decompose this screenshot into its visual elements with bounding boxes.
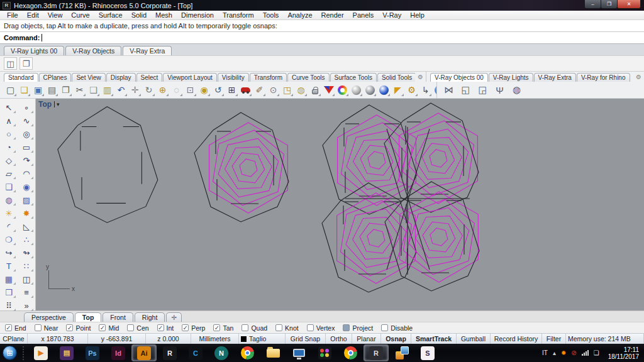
status-osnap[interactable]: Osnap <box>381 334 411 344</box>
hexagon-outline-curve[interactable] <box>58 107 158 223</box>
hexagon-spiral-curve[interactable] <box>232 153 265 183</box>
color-wheel-icon[interactable] <box>336 84 349 97</box>
hexagon-spiral-curve[interactable] <box>240 159 257 177</box>
network-signal-icon[interactable] <box>582 350 589 356</box>
media-player-icon[interactable]: ▶ <box>28 344 53 361</box>
toolbar-tab-viewport-layout[interactable]: Viewport Layout <box>163 73 217 82</box>
pan-view-icon[interactable]: ✛ <box>128 84 142 97</box>
curved-surface-icon[interactable]: ◠ <box>18 167 35 180</box>
zoom-in-icon[interactable]: ⊕ <box>156 84 169 97</box>
minimize-button[interactable]: – <box>584 0 601 9</box>
osnap-near[interactable]: Near <box>35 324 58 332</box>
explorer-folder-icon[interactable] <box>260 344 286 361</box>
boolean-union-icon[interactable]: ❍ <box>0 233 18 246</box>
paste-icon[interactable]: ▥ <box>101 84 114 97</box>
zoom-selected-icon[interactable]: ◉ <box>197 84 211 97</box>
vray-tab-v-ray-for-rhino[interactable]: V-Ray for Rhino <box>577 73 630 82</box>
illustrator-icon[interactable]: Ai <box>131 344 157 361</box>
remote-desktop-icon[interactable] <box>286 344 311 361</box>
dock-tab-v-ray-extra[interactable]: V-Ray Extra <box>123 46 172 55</box>
osnap-end[interactable]: ✓End <box>5 324 26 332</box>
osnap-quad[interactable]: Quad <box>242 324 267 332</box>
polygon-icon[interactable]: ◇ <box>0 154 18 167</box>
viewport-title[interactable]: Top ▾ <box>38 100 60 109</box>
toolbar-tab-display[interactable]: Display <box>106 73 136 82</box>
vray-plane-panel-icon[interactable]: ◫ <box>4 57 17 70</box>
osnap-vertex[interactable]: Vertex <box>307 324 335 332</box>
status-smarttrack[interactable]: SmartTrack <box>411 334 457 344</box>
rectangle-icon[interactable]: ▭ <box>18 141 35 153</box>
osnap-end-checkbox[interactable]: ✓ <box>5 324 12 331</box>
viewport-tab-front[interactable]: Front <box>103 312 133 322</box>
vray-infinite-plane-icon[interactable]: ⋈ <box>442 84 455 96</box>
menu-solid[interactable]: Solid <box>127 11 151 20</box>
status-millimeters[interactable]: Millimeters <box>191 334 239 344</box>
hexagon-spiral-curve[interactable] <box>360 145 393 175</box>
menu-mesh[interactable]: Mesh <box>151 11 177 20</box>
pennant-icon[interactable]: ◤ <box>391 84 404 97</box>
show-hidden-icons[interactable]: ▴ <box>553 349 556 356</box>
object-link-icon[interactable]: ◳ <box>280 84 294 97</box>
control-point-curve-icon[interactable]: ∿ <box>18 114 35 127</box>
status-filter[interactable]: Filter <box>542 334 566 344</box>
osnap-perp[interactable]: ✓Perp <box>182 324 205 332</box>
dock-tab-v-ray-objects[interactable]: V-Ray Objects <box>65 46 121 55</box>
open-file-icon[interactable]: ❏ <box>18 84 31 97</box>
hexagon-spiral-curve[interactable] <box>353 217 400 260</box>
n-app-icon[interactable]: N <box>209 344 234 361</box>
zoom-dynamic-icon[interactable]: ◌ <box>170 84 183 97</box>
edit-points-icon[interactable]: ∷ <box>18 260 35 272</box>
osnap-int[interactable]: ✓Int <box>157 324 174 332</box>
osnap-quad-checkbox[interactable] <box>242 324 248 331</box>
osnap-point[interactable]: ✓Point <box>66 324 91 332</box>
osnap-cen-checkbox[interactable] <box>127 324 134 331</box>
distribute-icon[interactable]: ◫ <box>18 273 35 285</box>
hexagon-spiral-curve[interactable] <box>360 223 392 253</box>
vray-layers-panel-icon[interactable]: ❐ <box>19 57 33 70</box>
status-record-history[interactable]: Record History <box>491 334 542 344</box>
hexagon-spiral-curve[interactable] <box>415 138 462 180</box>
viewport-tab-top[interactable]: Top <box>75 312 101 322</box>
arc-icon[interactable]: ◔ <box>0 141 18 153</box>
undo-view-change-icon[interactable]: ↺ <box>211 84 225 97</box>
osnap-near-checkbox[interactable] <box>35 324 42 331</box>
menu-dimension[interactable]: Dimension <box>177 11 218 20</box>
options-gears-icon[interactable]: ⚙ <box>405 84 418 97</box>
hexagon-spiral-curve[interactable] <box>367 229 385 247</box>
menu-view[interactable]: View <box>43 11 67 20</box>
chamfer-icon[interactable]: ◺ <box>18 220 35 233</box>
status-planar[interactable]: Planar <box>352 334 381 344</box>
menu-file[interactable]: File <box>3 11 23 20</box>
status-ortho[interactable]: Ortho <box>326 334 352 344</box>
hexagon-spiral-curve[interactable] <box>337 193 416 283</box>
measure-icon[interactable]: ✐ <box>253 84 266 97</box>
toolbar-tab-surface-tools[interactable]: Surface Tools <box>330 73 377 82</box>
lock-icon[interactable] <box>308 84 321 97</box>
print-icon[interactable]: ▤ <box>45 84 58 97</box>
deform-box-icon[interactable]: ▨ <box>18 194 35 206</box>
point-cloud-icon[interactable]: ∴ <box>18 233 35 246</box>
circle-center-icon[interactable]: ⊙ <box>267 84 280 97</box>
zoom-window-icon[interactable]: ⊡ <box>184 84 197 97</box>
dock-tab-v-ray-lights-00[interactable]: V-Ray Lights 00 <box>4 46 64 55</box>
osnap-project-checkbox[interactable] <box>343 324 350 331</box>
viewport-tab-right[interactable]: Right <box>135 312 165 322</box>
render-preview-sphere-icon[interactable] <box>364 84 377 97</box>
hexagon-spiral-curve[interactable] <box>368 151 386 169</box>
toolbar-tab-transform[interactable]: Transform <box>250 73 287 82</box>
grey-sphere-icon[interactable] <box>350 84 363 97</box>
vray-tab-v-ray-lights[interactable]: V-Ray Lights <box>489 73 533 82</box>
vray-tab-v-ray-extra[interactable]: V-Ray Extra <box>534 73 576 82</box>
blend-curve-icon[interactable]: ↷ <box>18 154 35 167</box>
viewport-menu-arrow-icon[interactable]: ▾ <box>54 101 60 107</box>
taskbar-clock[interactable]: 17:1118/11/2017 <box>604 346 639 360</box>
menu-help[interactable]: Help <box>406 11 429 20</box>
rebuild-curve-icon[interactable]: ↬ <box>18 246 35 259</box>
menu-transform[interactable]: Transform <box>218 11 258 20</box>
menu-render[interactable]: Render <box>317 11 348 20</box>
osnap-disable-checkbox[interactable] <box>381 324 388 331</box>
rhinoceros-icon[interactable]: R <box>157 344 182 361</box>
menu-curve[interactable]: Curve <box>67 11 94 20</box>
viewport-tab-perspective[interactable]: Perspective <box>24 312 74 322</box>
box-icon[interactable]: ❑ <box>0 180 18 193</box>
